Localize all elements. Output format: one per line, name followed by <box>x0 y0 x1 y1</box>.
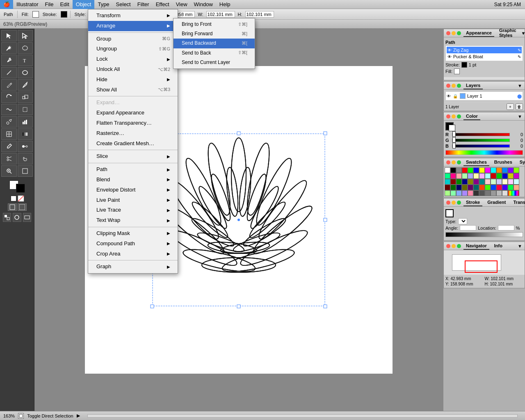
swatch-item[interactable] <box>473 179 479 185</box>
menubar-select[interactable]: Select <box>113 0 134 9</box>
menu-transform[interactable]: Transform ▶ <box>88 11 178 21</box>
arrange-bring-to-front[interactable]: Bring to Front ⇧⌘] <box>173 20 255 29</box>
swatch-item[interactable] <box>468 167 473 173</box>
swatch-item[interactable] <box>496 167 502 173</box>
swatches-close[interactable] <box>446 160 450 164</box>
free-transform-tool[interactable] <box>18 104 33 115</box>
swatch-item[interactable] <box>445 167 450 173</box>
maximize-dot[interactable] <box>457 31 461 35</box>
eyedropper-tool[interactable] <box>1 141 17 152</box>
swatch-item[interactable] <box>485 185 491 190</box>
menu-compound-path[interactable]: Compound Path ▶ <box>88 239 178 249</box>
fullscreen-mode[interactable] <box>18 203 27 211</box>
tab-info[interactable]: Info <box>492 242 505 250</box>
swatch-item[interactable] <box>479 179 485 185</box>
stroke-color[interactable] <box>461 62 467 68</box>
gradient-fill[interactable] <box>18 195 24 202</box>
menu-gradient-mesh[interactable]: Create Gradient Mesh… <box>88 139 178 149</box>
navigator-menu[interactable]: ▼ <box>518 244 522 249</box>
menu-arrange[interactable]: Arrange ▶ <box>88 21 178 31</box>
swatch-item[interactable] <box>450 185 456 190</box>
menu-hide[interactable]: Hide ▶ <box>88 75 178 85</box>
swatch-item[interactable] <box>502 185 508 190</box>
scroll-bar[interactable] <box>87 414 518 418</box>
navigator-close[interactable] <box>446 244 450 248</box>
swatch-item[interactable] <box>502 190 508 196</box>
symbol-sprayer-tool[interactable] <box>1 116 17 128</box>
menubar-view[interactable]: View <box>173 0 191 9</box>
swatch-item[interactable] <box>479 190 485 196</box>
swatch-item[interactable] <box>514 185 519 190</box>
menu-expand-appearance[interactable]: Expand Appearance <box>88 108 178 118</box>
swatch-item[interactable] <box>456 173 462 179</box>
stroke-swatch[interactable] <box>61 11 67 18</box>
menu-live-paint[interactable]: Live Paint ▶ <box>88 195 178 205</box>
extra-tool-2[interactable] <box>13 213 21 222</box>
swatch-item[interactable] <box>491 173 496 179</box>
layers-maximize[interactable] <box>457 84 461 88</box>
blend-tool[interactable] <box>18 141 33 152</box>
line-tool[interactable] <box>1 67 17 78</box>
extra-tool-3[interactable] <box>23 213 31 222</box>
swatch-item[interactable] <box>496 190 502 196</box>
tab-appearance[interactable]: Appearance <box>463 30 494 37</box>
color-panel-menu[interactable]: ▼ <box>518 114 522 119</box>
tab-navigator[interactable]: Navigator <box>463 242 489 250</box>
eye-icon-zigzag[interactable]: 👁 <box>447 48 452 52</box>
swatch-item[interactable] <box>508 167 514 173</box>
arrange-send-backward[interactable]: Send Backward ⌘[ <box>173 39 255 48</box>
swatch-item[interactable] <box>479 173 485 179</box>
menubar-type[interactable]: Type <box>94 0 112 9</box>
swatch-item[interactable] <box>468 185 473 190</box>
swatch-item[interactable] <box>445 190 450 196</box>
normal-mode[interactable] <box>8 203 17 211</box>
swatch-item[interactable] <box>502 179 508 185</box>
arrange-send-to-back[interactable]: Send to Back ⇧⌘[ <box>173 48 255 58</box>
color-stroke-box[interactable] <box>449 125 455 131</box>
h-field[interactable] <box>245 11 274 18</box>
layers-close[interactable] <box>446 84 450 88</box>
stroke-color-box[interactable] <box>16 184 25 193</box>
effect-edit-zigzag[interactable]: ✎ <box>518 48 521 52</box>
swatch-item[interactable] <box>462 179 468 185</box>
warp-tool[interactable] <box>1 104 17 115</box>
swatch-item[interactable] <box>485 173 491 179</box>
layers-minimize[interactable] <box>452 84 456 88</box>
stroke-close[interactable] <box>446 201 450 205</box>
stroke-minimize[interactable] <box>452 201 456 205</box>
direct-selection-tool[interactable] <box>18 30 33 41</box>
eye-icon-pucker[interactable]: 👁 <box>447 55 452 59</box>
menu-group[interactable]: Group ⌘G <box>88 34 178 44</box>
arrange-send-to-current[interactable]: Send to Current Layer <box>173 58 255 67</box>
swatch-item[interactable] <box>462 185 468 190</box>
b-slider[interactable] <box>452 144 510 148</box>
zoom-tool[interactable] <box>1 165 17 177</box>
swatch-item[interactable] <box>479 185 485 190</box>
menu-blend[interactable]: Blend ▶ <box>88 175 178 185</box>
menu-envelope[interactable]: Envelope Distort ▶ <box>88 185 178 195</box>
menubar-window[interactable]: Window <box>191 0 216 9</box>
tab-brushes[interactable]: Brushes <box>492 159 515 166</box>
swatch-item[interactable] <box>485 167 491 173</box>
tab-stroke[interactable]: Stroke <box>463 199 482 206</box>
swatch-item[interactable] <box>445 173 450 179</box>
w-field[interactable] <box>206 11 235 18</box>
r-slider[interactable] <box>452 133 510 136</box>
menu-ungroup[interactable]: Ungroup ⇧⌘G <box>88 44 178 54</box>
effect-row-zigzag[interactable]: 👁 Zig Zag ✎ <box>447 47 522 53</box>
menubar-effect[interactable]: Effect <box>153 0 173 9</box>
effect-edit-pucker[interactable]: ✎ <box>518 55 521 59</box>
layers-panel-menu[interactable]: ▼ <box>518 83 522 88</box>
menu-flatten[interactable]: Flatten Transparency… <box>88 118 178 128</box>
extra-tool-1[interactable] <box>3 213 11 222</box>
stroke-maximize[interactable] <box>457 201 461 205</box>
color-spectrum[interactable] <box>445 150 523 155</box>
location-field[interactable] <box>498 225 514 231</box>
swatch-item[interactable] <box>479 167 485 173</box>
swatch-item[interactable] <box>508 190 519 196</box>
fill-swatch[interactable] <box>32 11 39 18</box>
apple-menu[interactable]: 🍎 <box>0 0 13 9</box>
swatches-minimize[interactable] <box>452 160 456 164</box>
swatch-item[interactable] <box>514 173 519 179</box>
layer-1-row[interactable]: 👁 🔒 Layer 1 ⬤ <box>445 91 523 100</box>
